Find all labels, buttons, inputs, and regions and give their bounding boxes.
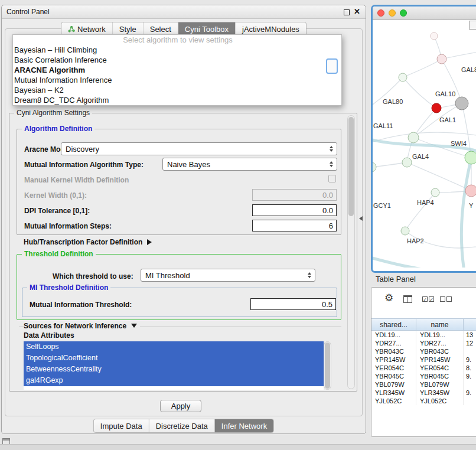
- panel-collapse-icon[interactable]: [359, 216, 363, 221]
- table-row[interactable]: YDR27...YDR27...12: [371, 339, 476, 347]
- network-canvas[interactable]: GAL80GAL10GAL11GAL1SWI4GAL4GCY1HAP4HAP2G…: [373, 19, 476, 268]
- network-window-titlebar: [373, 6, 476, 20]
- manual-kernel-checkbox[interactable]: [328, 175, 336, 182]
- checked-box-icon: ✓: [429, 296, 434, 302]
- settings-scrollbar[interactable]: [347, 115, 355, 389]
- dpi-tolerance-label: DPI Tolerance [0,1]:: [24, 207, 90, 215]
- scrollbar-thumb[interactable]: [348, 117, 354, 216]
- network-node[interactable]: [432, 103, 441, 113]
- table-row[interactable]: YBR043CYBR043C: [371, 347, 476, 356]
- sources-section-toggle[interactable]: Sources for Network Inference: [24, 322, 140, 330]
- columns-icon[interactable]: [403, 295, 412, 303]
- network-node[interactable]: [455, 97, 468, 110]
- attribute-topologicalcoefficient[interactable]: TopologicalCoefficient: [24, 353, 324, 364]
- network-node[interactable]: [437, 54, 446, 64]
- settings-group-title: Cyni Algorithm Settings: [14, 109, 92, 117]
- hub-section-toggle[interactable]: Hub/Transcription Factor Definition: [24, 236, 152, 247]
- collapse-down-icon: [131, 324, 137, 328]
- tab-network[interactable]: Network: [61, 22, 112, 35]
- network-node[interactable]: [465, 185, 476, 197]
- table-row[interactable]: YER054CYER054C8.: [371, 364, 476, 372]
- algorithm-combo-button[interactable]: [326, 58, 338, 74]
- zoom-traffic-light[interactable]: [400, 9, 407, 17]
- close-icon[interactable]: ✕: [354, 7, 360, 17]
- network-node[interactable]: [431, 188, 439, 197]
- attributes-scrollbar[interactable]: [324, 341, 331, 390]
- gear-icon[interactable]: ⚙: [384, 293, 393, 304]
- tab-cyni-toolbox[interactable]: Cyni Toolbox: [178, 22, 235, 35]
- tab-impute-data[interactable]: Impute Data: [94, 419, 149, 432]
- algorithm-option-basic-correlation-inference[interactable]: Basic Correlation Inference: [13, 55, 341, 65]
- aracne-mode-select[interactable]: Discovery: [61, 142, 337, 155]
- network-node[interactable]: [431, 32, 438, 40]
- network-node[interactable]: [399, 73, 407, 81]
- tab-discretize-data[interactable]: Discretize Data: [149, 419, 214, 432]
- table-cell: [464, 397, 476, 405]
- network-node[interactable]: [373, 162, 376, 172]
- network-node[interactable]: [408, 132, 419, 143]
- tab-label: Network: [77, 25, 106, 34]
- tab-jactivemnodules[interactable]: jActiveMNodules: [235, 22, 306, 35]
- node-label: Y: [469, 202, 474, 209]
- attribute-gal4rgexp[interactable]: gal4RGexp: [24, 375, 324, 386]
- table-cell: YLR345W: [371, 389, 416, 397]
- algorithm-option-bayesian-k2[interactable]: Bayesian – K2: [13, 85, 341, 95]
- attribute-selfloops[interactable]: SelfLoops: [24, 341, 324, 353]
- table-cell: 9.: [464, 372, 476, 380]
- mi-steps-field[interactable]: 6: [252, 220, 337, 231]
- mi-threshold-field[interactable]: 0.5: [250, 298, 336, 310]
- tab-label: Style: [119, 25, 136, 34]
- table-cell: 8.: [464, 364, 476, 372]
- network-node[interactable]: [402, 158, 412, 167]
- close-traffic-light[interactable]: [377, 9, 384, 17]
- tab-style[interactable]: Style: [112, 22, 143, 35]
- float-window-icon[interactable]: [344, 9, 350, 15]
- table-row[interactable]: YLR345WYLR345W9.: [371, 389, 476, 397]
- column-header-col2[interactable]: [464, 319, 476, 330]
- tab-select[interactable]: Select: [143, 22, 178, 35]
- algorithm-option-mutual-information-inference[interactable]: Mutual Information Inference: [13, 75, 341, 85]
- node-label: GAL4: [412, 153, 429, 160]
- tab-infer-network[interactable]: Infer Network: [214, 419, 273, 432]
- table-row[interactable]: YDL19...YDL19...13: [371, 331, 476, 339]
- apply-button[interactable]: Apply: [160, 400, 201, 412]
- deselect-all-columns-button[interactable]: [440, 296, 452, 302]
- table-cell: 12: [464, 339, 476, 347]
- unchecked-box-icon: [446, 296, 452, 302]
- table-cell: YDL19...: [416, 331, 464, 339]
- algorithm-option-aracne-algorithm[interactable]: ARACNE Algorithm: [13, 65, 341, 75]
- network-node[interactable]: [401, 227, 409, 235]
- control-panel-window: Control Panel ✕ NetworkStyleSelectCyni T…: [1, 5, 366, 434]
- mi-type-select[interactable]: Naive Bayes: [162, 158, 337, 171]
- attribute-betweennesscentrality[interactable]: BetweennessCentrality: [24, 364, 324, 375]
- tab-label: jActiveMNodules: [242, 25, 299, 34]
- table-body: YDL19...YDL19...13YDR27...YDR27...12YBR0…: [371, 331, 476, 405]
- spinner-arrows-icon: [326, 146, 337, 152]
- spinner-arrows-icon: [326, 161, 337, 167]
- mi-type-label: Mutual Information Algorithm Type:: [24, 161, 144, 169]
- tab-label: Cyni Toolbox: [185, 25, 229, 34]
- node-label: GAL80: [383, 98, 403, 105]
- table-panel-title: Table Panel: [376, 275, 416, 283]
- network-node[interactable]: [465, 151, 476, 164]
- kernel-width-field[interactable]: 0.0: [252, 189, 337, 201]
- table-row[interactable]: YPR145WYPR145W9.: [371, 356, 476, 364]
- which-threshold-select[interactable]: MI Threshold: [141, 269, 315, 282]
- cyni-settings-group: Cyni Algorithm Settings Algorithm Defini…: [9, 113, 357, 392]
- table-row[interactable]: YBR045CYBR045C9.: [371, 372, 476, 380]
- node-label: HAP2: [407, 237, 424, 244]
- algorithm-option-bayesian-hill-climbing[interactable]: Bayesian – Hill Climbing: [13, 45, 341, 55]
- minimize-traffic-light[interactable]: [389, 9, 396, 17]
- column-header-name[interactable]: name: [416, 319, 464, 330]
- table-row[interactable]: YJL052CYJL052C: [371, 397, 476, 405]
- table-row[interactable]: YBL079WYBL079W: [371, 380, 476, 389]
- algorithm-option-dream8-dc-tdc-algorithm[interactable]: Dream8 DC_TDC Algorithm: [13, 95, 341, 105]
- manual-kernel-label: Manual Kernel Width Definition: [24, 176, 129, 184]
- data-attributes-list: SelfLoopsTopologicalCoefficientBetweenne…: [24, 341, 324, 390]
- column-header-shared[interactable]: shared...: [371, 319, 416, 330]
- threshold-definition-title: Threshold Definition: [22, 250, 96, 258]
- select-all-columns-button[interactable]: ✓✓: [422, 296, 434, 302]
- dpi-tolerance-field[interactable]: 0.0: [252, 204, 337, 216]
- scrollbar-thumb[interactable]: [325, 343, 330, 389]
- aracne-mode-value: Discovery: [66, 145, 99, 154]
